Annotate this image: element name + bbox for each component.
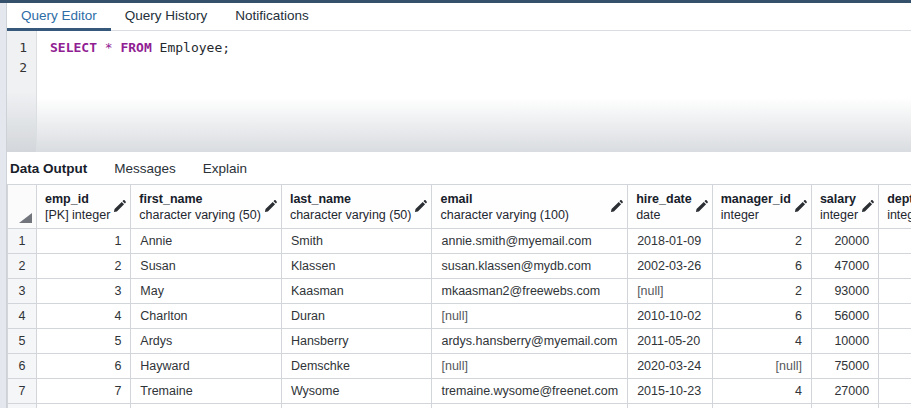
cell-emp_id[interactable]: 7 (37, 379, 131, 404)
tab-messages[interactable]: Messages (114, 161, 176, 176)
column-name: last_name (290, 191, 412, 207)
cell-last_name[interactable]: Klassen (281, 254, 432, 279)
cell-manager_id[interactable]: 4 (712, 329, 811, 354)
pencil-icon[interactable] (609, 200, 623, 214)
cell-emp_id[interactable]: 2 (37, 254, 131, 279)
tab-query-history[interactable]: Query History (111, 3, 222, 31)
cell-first_name[interactable]: May (131, 279, 282, 304)
cell-emp_id[interactable]: 1 (37, 229, 131, 254)
results-body: 11AnnieSmithannie.smith@myemail.com2018-… (8, 229, 911, 408)
tab-explain[interactable]: Explain (203, 161, 247, 176)
cell-dept_id[interactable]: [null] (879, 329, 911, 354)
column-header-emp_id[interactable]: emp_id[PK] integer (37, 185, 131, 229)
cell-manager_id[interactable]: 2 (712, 229, 811, 254)
pencil-icon[interactable] (112, 200, 126, 214)
column-type: integer (721, 207, 791, 223)
cell-emp_id[interactable]: 5 (37, 329, 131, 354)
column-type: integer (820, 207, 858, 223)
cell-emp_id[interactable]: 6 (37, 354, 131, 379)
cell-dept_id[interactable]: 1 (879, 229, 911, 254)
sql-code-input[interactable]: SELECT * FROM Employee; (37, 31, 911, 152)
cell-emp_id[interactable]: 3 (37, 279, 131, 304)
cell-last_name[interactable]: Duran (281, 304, 432, 329)
table-row: 22SusanKlassensusan.klassen@mydb.com2002… (8, 254, 911, 279)
column-header-last_name[interactable]: last_namecharacter varying (50) (281, 185, 432, 229)
tab-notifications[interactable]: Notifications (221, 3, 323, 31)
left-panel-edge[interactable] (0, 3, 7, 408)
cell-email[interactable]: [null] (432, 304, 628, 329)
cell-manager_id[interactable]: 6 (712, 304, 811, 329)
column-header-email[interactable]: emailcharacter varying (100) (432, 185, 628, 229)
cell-salary[interactable]: 56000 (811, 304, 878, 329)
row-number-cell[interactable]: 5 (8, 329, 37, 354)
row-number-cell[interactable]: 6 (8, 354, 37, 379)
column-header-manager_id[interactable]: manager_idinteger (712, 185, 811, 229)
cell-email[interactable]: mkaasman2@freewebs.com (432, 279, 628, 304)
row-number-cell[interactable]: 1 (8, 229, 37, 254)
table-row: 44CharltonDuran[null]2010-10-026560002 (8, 304, 911, 329)
cell-first_name[interactable]: Ardys (131, 329, 282, 354)
cell-salary[interactable]: 10000 (811, 329, 878, 354)
cell-email[interactable]: [null] (432, 354, 628, 379)
cell-hire_date[interactable]: 2011-05-20 (628, 329, 713, 354)
column-type: integer (887, 207, 911, 223)
pencil-icon[interactable] (263, 200, 277, 214)
cell-dept_id[interactable]: 2 (879, 304, 911, 329)
tab-data-output[interactable]: Data Output (10, 161, 87, 176)
cell-salary[interactable]: 27000 (811, 379, 878, 404)
pencil-icon[interactable] (793, 200, 807, 214)
cell-hire_date[interactable]: 2018-01-09 (628, 229, 713, 254)
cell-salary[interactable]: 93000 (811, 279, 878, 304)
table-row-empty (8, 404, 911, 408)
column-type: character varying (50) (290, 207, 412, 223)
cell-hire_date[interactable]: 2015-10-23 (628, 379, 713, 404)
select-all-cell[interactable] (8, 185, 37, 229)
table-row: 11AnnieSmithannie.smith@myemail.com2018-… (8, 229, 911, 254)
cell-emp_id[interactable]: 4 (37, 304, 131, 329)
pencil-icon[interactable] (860, 200, 874, 214)
column-header-salary[interactable]: salaryinteger (811, 185, 878, 229)
cell-salary[interactable]: 75000 (811, 354, 878, 379)
cell-salary[interactable]: 20000 (811, 229, 878, 254)
cell-manager_id[interactable]: [null] (712, 354, 811, 379)
tab-query-editor[interactable]: Query Editor (7, 3, 111, 31)
cell-dept_id[interactable]: 1 (879, 254, 911, 279)
column-type: character varying (100) (440, 207, 607, 223)
cell-last_name[interactable]: Smith (281, 229, 432, 254)
cell-first_name[interactable]: Tremaine (131, 379, 282, 404)
cell-dept_id[interactable]: 3 (879, 354, 911, 379)
cell-empty (281, 404, 432, 408)
cell-first_name[interactable]: Annie (131, 229, 282, 254)
cell-email[interactable]: susan.klassen@mydb.com (432, 254, 628, 279)
cell-hire_date[interactable]: 2002-03-26 (628, 254, 713, 279)
pencil-icon[interactable] (694, 200, 708, 214)
cell-manager_id[interactable]: 6 (712, 254, 811, 279)
cell-last_name[interactable]: Hansberry (281, 329, 432, 354)
cell-dept_id[interactable]: 2 (879, 279, 911, 304)
cell-last_name[interactable]: Kaasman (281, 279, 432, 304)
cell-salary[interactable]: 47000 (811, 254, 878, 279)
row-number-cell[interactable]: 4 (8, 304, 37, 329)
cell-first_name[interactable]: Hayward (131, 354, 282, 379)
row-number-cell[interactable]: 2 (8, 254, 37, 279)
column-header-dept_id[interactable]: dept_idinteger (879, 185, 911, 229)
column-header-first_name[interactable]: first_namecharacter varying (50) (131, 185, 282, 229)
cell-dept_id[interactable]: 2 (879, 379, 911, 404)
cell-email[interactable]: annie.smith@myemail.com (432, 229, 628, 254)
column-header-hire_date[interactable]: hire_datedate (628, 185, 713, 229)
cell-hire_date[interactable]: 2020-03-24 (628, 354, 713, 379)
cell-manager_id[interactable]: 4 (712, 379, 811, 404)
cell-email[interactable]: ardys.hansberry@myemail.com (432, 329, 628, 354)
cell-manager_id[interactable]: 2 (712, 279, 811, 304)
cell-last_name[interactable]: Wysome (281, 379, 432, 404)
cell-hire_date[interactable]: [null] (628, 279, 713, 304)
cell-first_name[interactable]: Susan (131, 254, 282, 279)
row-number-cell[interactable]: 7 (8, 379, 37, 404)
cell-last_name[interactable]: Demschke (281, 354, 432, 379)
query-tool-tabs: Query Editor Query History Notifications (0, 3, 911, 31)
cell-first_name[interactable]: Charlton (131, 304, 282, 329)
cell-email[interactable]: tremaine.wysome@freenet.com (432, 379, 628, 404)
pencil-icon[interactable] (413, 200, 427, 214)
row-number-cell[interactable]: 3 (8, 279, 37, 304)
cell-hire_date[interactable]: 2010-10-02 (628, 304, 713, 329)
